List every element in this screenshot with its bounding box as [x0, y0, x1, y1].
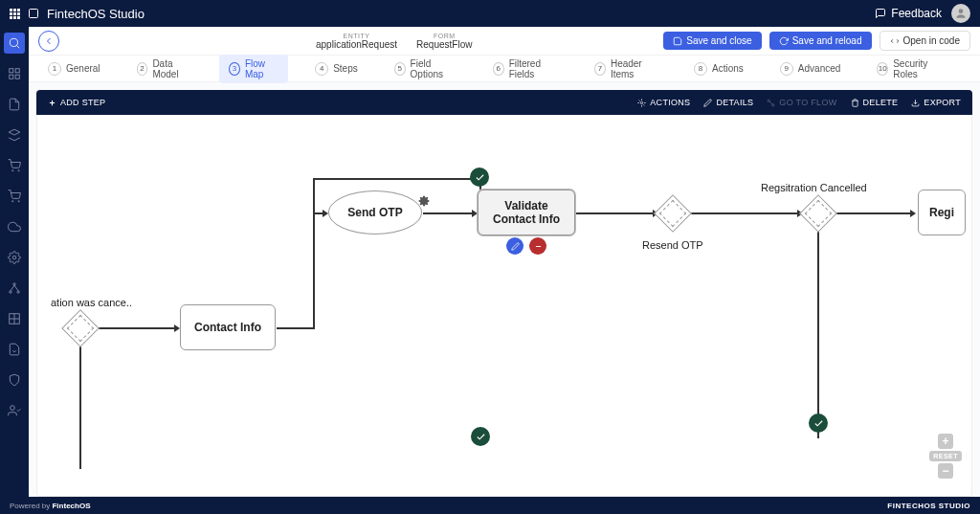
- gateway-right[interactable]: [799, 194, 837, 233]
- tab-actions[interactable]: 8Actions: [684, 58, 753, 79]
- tab-label: General: [66, 63, 100, 74]
- gear-icon: [637, 99, 646, 107]
- sidebar-settings[interactable]: [4, 247, 25, 268]
- arrow-left-icon: [43, 35, 55, 47]
- node-send-otp[interactable]: Send OTP: [328, 190, 422, 235]
- zoom-in-button[interactable]: +: [938, 434, 953, 449]
- pencil-icon: [511, 242, 520, 251]
- sidebar-nodes[interactable]: [4, 278, 25, 299]
- toolbar-export-button[interactable]: EXPORT: [911, 98, 961, 107]
- tab-header-items[interactable]: 7Header Items: [585, 55, 667, 83]
- sidebar-cart2[interactable]: [4, 186, 25, 207]
- tab-advanced[interactable]: 9Advanced: [770, 58, 850, 79]
- back-button[interactable]: [38, 31, 59, 52]
- svg-line-18: [14, 285, 18, 291]
- node-validate-contact-info[interactable]: Validate Contact Info: [478, 190, 575, 235]
- chat-icon: [875, 8, 886, 19]
- main-area: ENTITY applicationRequest FORM RequestFl…: [29, 27, 980, 497]
- svg-point-10: [18, 170, 19, 171]
- partial-left-label: ation was cance..: [51, 297, 132, 308]
- open-code-button[interactable]: Open in code: [880, 31, 971, 51]
- export-icon: [8, 343, 21, 356]
- connector: [79, 342, 81, 469]
- breadcrumb: ENTITY applicationRequest FORM RequestFl…: [316, 33, 472, 50]
- sidebar-cloud[interactable]: [4, 216, 25, 237]
- svg-point-13: [12, 256, 16, 259]
- node-partial-right[interactable]: Regi: [918, 190, 966, 235]
- connector: [834, 212, 914, 214]
- check-badge: [471, 427, 490, 446]
- powered-brand: FintechOS: [52, 502, 90, 510]
- sidebar-table[interactable]: [4, 308, 25, 329]
- sidebar-dashboard[interactable]: [4, 63, 25, 84]
- tab-general[interactable]: 1General: [38, 58, 110, 79]
- sidebar-layers[interactable]: [4, 124, 25, 145]
- save-close-button[interactable]: Save and close: [663, 32, 761, 50]
- connector: [423, 212, 476, 214]
- app-footer: Powered by FintechOS FINTECHOS STUDIO: [0, 497, 980, 514]
- save-icon: [673, 36, 682, 46]
- add-step-button[interactable]: ADD STEP: [48, 98, 105, 107]
- sidebar-cart[interactable]: [4, 155, 25, 176]
- svg-rect-6: [10, 75, 13, 78]
- gateway-left[interactable]: [61, 309, 100, 347]
- edit-badge[interactable]: [506, 237, 523, 255]
- toolbar-details-button[interactable]: DETAILS: [703, 98, 753, 107]
- svg-rect-5: [15, 69, 19, 73]
- svg-point-9: [12, 170, 13, 171]
- sidebar-export[interactable]: [4, 339, 25, 360]
- connector: [688, 212, 801, 214]
- sidebar-shield[interactable]: [4, 369, 25, 391]
- node-label: Send OTP: [347, 206, 402, 219]
- toolbar-delete-button[interactable]: DELETE: [851, 98, 899, 107]
- node-action-badges: [506, 237, 546, 255]
- sidebar-search[interactable]: [4, 33, 25, 54]
- user-avatar[interactable]: [951, 4, 970, 23]
- tab-steps[interactable]: 4Steps: [305, 58, 368, 79]
- delete-badge[interactable]: [529, 237, 546, 255]
- svg-line-3: [16, 45, 19, 48]
- left-sidebar: [0, 27, 29, 497]
- logo-icon: [28, 8, 39, 19]
- breadcrumb-entity-label: ENTITY: [344, 33, 370, 39]
- toolbar-actions-button[interactable]: ACTIONS: [637, 98, 690, 107]
- connector: [313, 180, 315, 328]
- sidebar-user[interactable]: [4, 400, 25, 421]
- tab-flow-map[interactable]: 3Flow Map: [219, 55, 288, 83]
- tab-field-options[interactable]: 5Field Options: [385, 55, 466, 83]
- tab-label: Field Options: [411, 58, 457, 79]
- zoom-reset-button[interactable]: RESET: [929, 451, 962, 461]
- zoom-out-button[interactable]: −: [938, 463, 953, 479]
- svg-point-16: [17, 291, 19, 293]
- svg-point-1: [959, 9, 964, 13]
- node-label: Contact Info: [194, 321, 261, 334]
- tab-data-model[interactable]: 2Data Model: [127, 55, 203, 83]
- tab-security-roles[interactable]: 10Security Roles: [867, 55, 953, 83]
- check-icon: [476, 432, 486, 442]
- download-icon: [911, 99, 920, 107]
- layers-icon: [8, 128, 21, 142]
- tab-label: Advanced: [798, 63, 840, 74]
- svg-line-17: [11, 285, 14, 291]
- node-contact-info[interactable]: Contact Info: [180, 304, 276, 350]
- flow-icon: [767, 99, 775, 107]
- tab-filtered-fields[interactable]: 6Filtered Fields: [483, 55, 568, 83]
- tab-label: Data Model: [152, 58, 192, 79]
- sidebar-docs[interactable]: [4, 94, 25, 115]
- svg-point-11: [12, 201, 13, 202]
- arrow-head-icon: [910, 210, 916, 217]
- save-close-label: Save and close: [686, 35, 751, 46]
- canvas-toolbar: ADD STEP ACTIONS DETAILS GO TO FLOW DELE…: [36, 90, 972, 115]
- trash-icon: [851, 99, 859, 107]
- gateway-middle[interactable]: [654, 194, 692, 233]
- flow-canvas[interactable]: ation was cance.. Contact Info Send OTP …: [36, 115, 972, 497]
- check-icon: [475, 172, 485, 183]
- resend-otp-label: Resend OTP: [642, 239, 703, 251]
- tab-num: 6: [493, 62, 504, 76]
- apps-grid-icon[interactable]: [10, 9, 20, 19]
- feedback-button[interactable]: Feedback: [875, 7, 942, 20]
- save-reload-button[interactable]: Save and reload: [769, 32, 872, 50]
- connector: [93, 327, 178, 329]
- check-badge: [470, 168, 489, 187]
- node-settings-badge[interactable]: [418, 193, 430, 211]
